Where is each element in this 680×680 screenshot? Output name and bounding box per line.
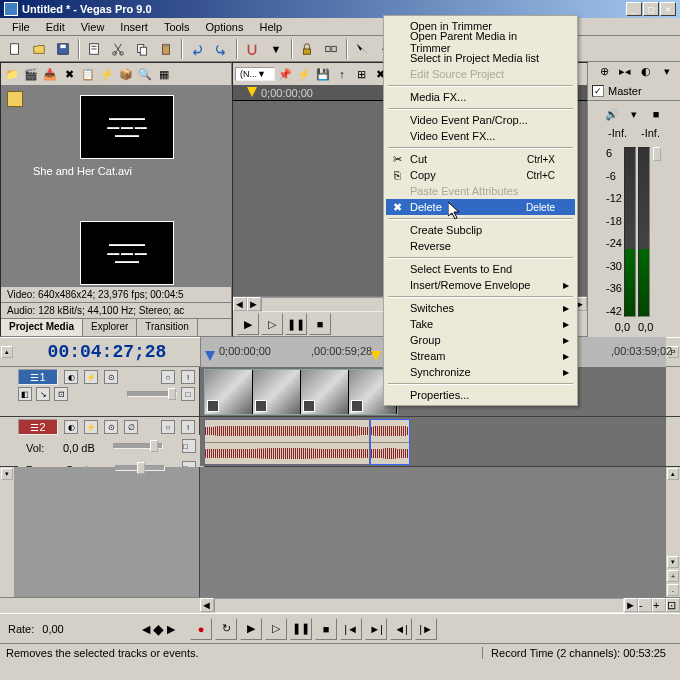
cut-button[interactable] [107,38,129,60]
arm-record-button[interactable]: ◐ [64,420,78,434]
mixer-down-icon[interactable]: ▾ [658,63,676,81]
scroll-right-button[interactable]: ► [247,297,261,311]
folder-icon[interactable] [7,91,23,107]
next-frame-button[interactable]: |► [415,618,437,640]
zoom-height-out[interactable]: - [667,584,679,596]
mixer-fx-icon[interactable]: ▾ [625,105,643,123]
cm-properties[interactable]: Properties... [386,387,575,403]
loop-button[interactable]: ↻ [215,618,237,640]
close-button[interactable]: ✕ [660,2,676,16]
audio-auto-button[interactable]: ⊙ [104,420,118,434]
go-start-button[interactable]: |◄ [340,618,362,640]
tl-scroll-left[interactable]: ◄ [200,598,214,612]
audio-track-header[interactable]: ☰ 2 ◐ ⚡ ⊙ ∅ ○ ! Vol:0,0 dB□ Pan:Center□ [14,417,200,466]
media-props-button[interactable]: 📋 [79,65,97,83]
cm-envelope[interactable]: Insert/Remove Envelope▶ [386,277,575,293]
cm-sync[interactable]: Synchronize▶ [386,364,575,380]
cursor-marker-icon[interactable] [371,351,381,361]
audio-fx-button[interactable]: ⚡ [84,420,98,434]
vscroll-down[interactable]: ▾ [667,556,679,568]
media-thumbnail[interactable]: ▬▬▬▬▬▬▬▬ ▬▬ ▬▬▬▬▬▬ [80,95,174,159]
cm-select-end[interactable]: Select Events to End [386,261,575,277]
menu-insert[interactable]: Insert [112,19,156,35]
cm-take[interactable]: Take▶ [386,316,575,332]
menu-file[interactable]: File [4,19,38,35]
menu-view[interactable]: View [73,19,113,35]
cm-copy[interactable]: ⎘CopyCtrl+C [386,167,575,183]
prev-frame-button[interactable]: ◄| [390,618,412,640]
media-remove-button[interactable]: ✖ [60,65,78,83]
track-fx-button[interactable]: ⚡ [84,370,98,384]
audio-event-2-selected[interactable] [370,419,410,465]
mute-button[interactable]: ○ [161,370,175,384]
trimmer-play-button[interactable]: ▶ [237,313,259,335]
audio-solo-button[interactable]: ! [181,420,195,434]
level-reset-button[interactable]: □ [181,387,195,401]
vol-reset-button[interactable]: □ [182,439,196,453]
cm-delete[interactable]: ✖DeleteDelete [386,199,575,215]
in-marker-icon[interactable] [205,351,215,361]
master-fader[interactable] [653,147,661,161]
tl-scroll-right[interactable]: ► [624,598,638,612]
zoom-in-button[interactable]: + [652,598,666,612]
zoom-fit-button[interactable]: ⊡ [666,598,680,612]
new-button[interactable] [4,38,26,60]
media-fx-button[interactable]: ⚡ [98,65,116,83]
tab-explorer[interactable]: Explorer [83,319,137,336]
menu-options[interactable]: Options [198,19,252,35]
tab-project-media[interactable]: Project Media [1,319,83,336]
cm-cut[interactable]: ✂CutCtrl+X [386,151,575,167]
zoom-out-button[interactable]: - [638,598,652,612]
trimmer-marker-icon[interactable] [247,87,257,97]
pause-button[interactable]: ❚❚ [290,618,312,640]
copy-button[interactable] [131,38,153,60]
cm-select-pm[interactable]: Select in Project Media list [386,50,575,66]
mixer-props-icon[interactable]: ▸◂ [616,63,634,81]
track-scroll-up[interactable]: ▴ [1,346,13,358]
track-scroll-down[interactable]: ▾ [1,468,13,480]
media-bin-button[interactable]: 📦 [117,65,135,83]
redo-button[interactable] [210,38,232,60]
scrub-icon[interactable]: ◄◆► [139,621,178,637]
video-track-header[interactable]: ☰ 1 ◐ ⚡ ⊙ ○ ! ◧ ↘ ⊡ □ [14,367,200,416]
cm-subclip[interactable]: Create Subclip [386,222,575,238]
cm-media-fx[interactable]: Media FX... [386,89,575,105]
snap-button[interactable] [241,38,263,60]
automation-button[interactable]: ⊙ [104,370,118,384]
menu-tools[interactable]: Tools [156,19,198,35]
cm-event-fx[interactable]: Video Event FX... [386,128,575,144]
play-start-button[interactable]: ▶ [240,618,262,640]
bypass-fx-button[interactable]: ◐ [64,370,78,384]
mixer-output-icon[interactable]: 🔊 [603,105,621,123]
record-button[interactable]: ● [190,618,212,640]
invert-phase-button[interactable]: ∅ [124,420,138,434]
save-button[interactable] [52,38,74,60]
pan-slider[interactable] [115,465,165,471]
ripple-button[interactable]: ▼ [265,38,287,60]
make-child-button[interactable]: ↘ [36,387,50,401]
mixer-mute-icon[interactable]: ■ [647,105,665,123]
media-get-button[interactable]: 📥 [41,65,59,83]
audio-event-1[interactable] [204,419,370,465]
mixer-insert-icon[interactable]: ⊕ [595,63,613,81]
solo-button[interactable]: ! [181,370,195,384]
trimmer-up-icon[interactable]: ↑ [333,65,351,83]
media-search-button[interactable]: 🔍 [136,65,154,83]
trimmer-dropdown[interactable]: (N...▼ [235,67,275,81]
undo-button[interactable] [186,38,208,60]
mixer-dim-icon[interactable]: ◐ [637,63,655,81]
media-thumbnail-2[interactable]: ▬▬▬▬▬▬▬▬ ▬▬ ▬▬▬▬▬▬ [80,221,174,285]
open-button[interactable] [28,38,50,60]
cm-stream[interactable]: Stream▶ [386,348,575,364]
trimmer-fx-icon[interactable]: ⚡ [295,65,313,83]
zoom-height-in[interactable]: + [667,570,679,582]
level-slider[interactable] [127,391,177,397]
trimmer-pause-button[interactable]: ❚❚ [285,313,307,335]
timeline-empty-area[interactable] [200,467,666,597]
maximize-button[interactable]: □ [643,2,659,16]
cm-group[interactable]: Group▶ [386,332,575,348]
cm-switches[interactable]: Switches▶ [386,300,575,316]
cm-open-parent[interactable]: Open Parent Media in Trimmer [386,34,575,50]
video-event[interactable] [204,369,398,415]
paste-button[interactable] [155,38,177,60]
